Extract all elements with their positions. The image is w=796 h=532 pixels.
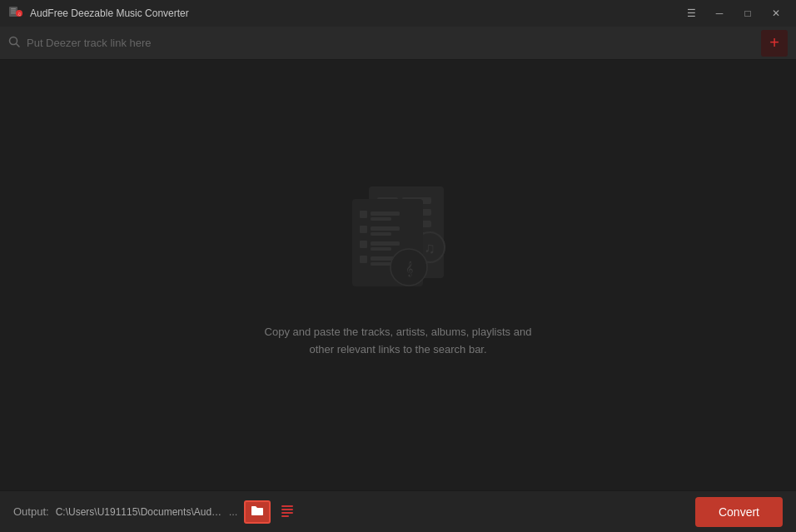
svg-rect-21 <box>371 211 400 216</box>
svg-line-7 <box>17 44 20 47</box>
svg-text:𝄞: 𝄞 <box>405 261 413 277</box>
svg-rect-37 <box>281 515 289 517</box>
ellipsis-label: ... <box>229 505 238 518</box>
svg-rect-25 <box>371 232 391 236</box>
svg-rect-2 <box>11 11 16 12</box>
title-bar: ♫ AudFree Deezable Music Converter ☰ ─ □… <box>0 0 796 27</box>
svg-text:♫: ♫ <box>17 12 22 17</box>
title-bar-left: ♫ AudFree Deezable Music Converter <box>8 4 189 22</box>
format-settings-button[interactable] <box>276 501 299 523</box>
svg-rect-3 <box>11 12 16 13</box>
bottom-bar: Output: C:\Users\U191115\Documents\AudFr… <box>0 490 796 532</box>
restore-button[interactable]: □ <box>734 0 761 27</box>
minimize-icon: ─ <box>716 7 724 19</box>
format-icon <box>281 504 294 520</box>
svg-rect-29 <box>360 256 367 263</box>
svg-rect-23 <box>360 226 367 233</box>
svg-rect-20 <box>360 211 367 218</box>
svg-rect-27 <box>371 241 400 246</box>
svg-rect-24 <box>371 226 400 231</box>
title-bar-controls: ☰ ─ □ ✕ <box>678 0 789 27</box>
menu-button[interactable]: ☰ <box>678 0 704 27</box>
convert-button[interactable]: Convert <box>695 497 783 527</box>
svg-rect-26 <box>360 241 367 248</box>
svg-text:♫: ♫ <box>424 240 435 256</box>
output-label: Output: <box>13 505 49 518</box>
add-button[interactable]: + <box>761 30 788 57</box>
close-icon: ✕ <box>772 7 780 19</box>
app-logo-icon: ♫ <box>8 4 23 22</box>
convert-label: Convert <box>719 505 759 519</box>
svg-rect-35 <box>281 509 293 510</box>
placeholder-illustration: ♫ 𝄞 <box>323 174 473 307</box>
close-button[interactable]: ✕ <box>763 0 789 27</box>
svg-rect-31 <box>371 262 391 266</box>
svg-rect-22 <box>371 217 391 221</box>
app-title: AudFree Deezable Music Converter <box>30 7 189 19</box>
search-bar-container: + <box>0 27 796 60</box>
ellipsis-button[interactable]: ... <box>226 504 241 520</box>
search-icon <box>8 36 20 50</box>
svg-rect-34 <box>281 505 293 507</box>
folder-icon <box>251 505 264 519</box>
restore-icon: □ <box>744 7 750 19</box>
minimize-button[interactable]: ─ <box>706 0 733 27</box>
output-path: C:\Users\U191115\Documents\AudFree De <box>56 506 222 518</box>
svg-rect-28 <box>371 247 391 251</box>
svg-rect-0 <box>9 7 17 17</box>
svg-rect-1 <box>11 8 16 9</box>
search-input[interactable] <box>27 37 761 49</box>
open-folder-button[interactable] <box>244 500 271 524</box>
menu-icon: ☰ <box>687 7 696 19</box>
add-icon: + <box>769 33 779 52</box>
svg-rect-36 <box>281 512 293 514</box>
main-content: ♫ 𝄞 Copy and paste the tracks, artists, … <box>0 60 796 472</box>
placeholder-text: Copy and paste the tracks, artists, albu… <box>256 324 540 359</box>
